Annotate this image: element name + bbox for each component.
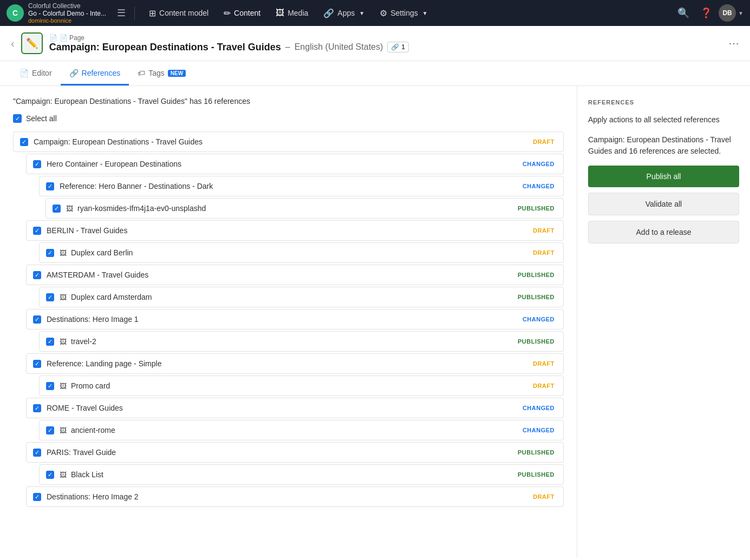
entry-title-text: Campaign: European Destinations - Travel…	[49, 42, 281, 53]
status-badge: PUBLISHED	[516, 293, 557, 301]
ref-checkbox[interactable]	[46, 471, 54, 479]
ref-row[interactable]: Hero Container - European Destinations C…	[26, 154, 564, 174]
tab-editor-label: Editor	[32, 69, 52, 77]
more-options-button[interactable]: ⋯	[728, 37, 739, 50]
references-icon: 🔗	[69, 69, 79, 77]
image-icon: 🖼	[60, 338, 67, 346]
status-badge: DRAFT	[531, 359, 557, 368]
nav-right: 🔍 ❓ DB ▼	[673, 3, 744, 23]
tab-tags-label: Tags	[148, 69, 165, 77]
ref-checkbox[interactable]	[33, 449, 41, 457]
back-button[interactable]: ‹	[11, 37, 15, 50]
ref-checkbox[interactable]	[33, 360, 41, 368]
nav-label-settings: Settings	[390, 9, 418, 17]
ref-checkbox[interactable]	[33, 493, 41, 501]
validate-all-button[interactable]: Validate all	[588, 193, 739, 215]
ref-row[interactable]: 🖼 ryan-kosmides-Ifm4j1a-ev0-unsplashd PU…	[45, 198, 564, 219]
add-to-release-button[interactable]: Add to a release	[588, 221, 739, 243]
nav-divider	[134, 6, 135, 19]
nav-item-content[interactable]: ✏ Content	[218, 0, 266, 26]
entry-locale-name: English (United States)	[295, 42, 383, 52]
status-badge: CHANGED	[520, 404, 557, 412]
nav-label-content: Content	[234, 9, 260, 17]
nav-item-settings[interactable]: ⚙ Settings ▼	[374, 0, 433, 26]
image-icon: 🖼	[60, 426, 67, 434]
settings-chevron-icon: ▼	[422, 10, 428, 16]
main-layout: "Campaign: European Destinations - Trave…	[0, 86, 750, 557]
image-icon: 🖼	[60, 382, 67, 390]
ref-title: Destinations: Hero Image 2	[47, 492, 531, 501]
user-avatar[interactable]: DB	[719, 4, 736, 22]
ref-checkbox[interactable]	[46, 426, 54, 434]
ref-checkbox[interactable]	[46, 182, 54, 190]
entry-type-icon: ✏️	[21, 32, 43, 54]
entry-links[interactable]: 🔗 1	[387, 42, 409, 52]
ref-row[interactable]: 🖼 travel-2 PUBLISHED	[39, 331, 564, 352]
ref-row[interactable]: 🖼 ancient-rome CHANGED	[39, 420, 564, 440]
tab-tags[interactable]: 🏷 Tags NEW	[129, 61, 194, 85]
ref-row[interactable]: ROME - Travel Guides CHANGED	[26, 398, 564, 418]
ref-row[interactable]: PARIS: Travel Guide PUBLISHED	[26, 442, 564, 463]
breadcrumb-page-icon: 📄	[49, 34, 57, 42]
ref-row[interactable]: Campaign: European Destinations - Travel…	[13, 131, 564, 152]
ref-row[interactable]: AMSTERDAM - Travel Guides PUBLISHED	[26, 265, 564, 285]
nav-item-content-model[interactable]: ⊞ Content model	[144, 0, 214, 26]
logo[interactable]: C	[6, 4, 24, 22]
tab-references[interactable]: 🔗 References	[61, 61, 129, 85]
status-badge: PUBLISHED	[516, 470, 557, 479]
link-icon: 🔗	[391, 43, 399, 51]
ref-row[interactable]: 🖼 Duplex card Amsterdam PUBLISHED	[39, 287, 564, 307]
ref-checkbox[interactable]	[33, 404, 41, 412]
ref-checkbox[interactable]	[46, 293, 54, 301]
ref-checkbox[interactable]	[53, 205, 61, 213]
ref-checkbox[interactable]	[33, 227, 41, 235]
ref-row[interactable]: Reference: Hero Banner - Destinations - …	[39, 176, 564, 196]
panel-apply-actions: Apply actions to all selected references	[588, 114, 739, 126]
ref-title: Reference: Hero Banner - Destinations - …	[60, 182, 520, 190]
menu-icon[interactable]: ☰	[117, 7, 126, 19]
select-all-checkbox[interactable]	[13, 114, 22, 123]
settings-icon: ⚙	[380, 8, 387, 18]
ref-row[interactable]: Reference: Landing page - Simple DRAFT	[26, 353, 564, 374]
image-icon: 🖼	[60, 293, 67, 301]
ref-checkbox[interactable]	[33, 315, 41, 324]
org-name: Colorful Collective	[28, 2, 106, 10]
search-icon[interactable]: 🔍	[673, 3, 694, 23]
editor-icon: 📄	[19, 69, 29, 77]
nav-item-apps[interactable]: 🔗 Apps ▼	[318, 0, 370, 26]
ref-checkbox[interactable]	[20, 138, 28, 146]
status-badge: DRAFT	[531, 226, 557, 235]
ref-row[interactable]: 🖼 Promo card DRAFT	[39, 375, 564, 396]
status-badge: PUBLISHED	[516, 204, 557, 213]
publish-all-button[interactable]: Publish all	[588, 166, 739, 187]
image-icon: 🖼	[66, 205, 73, 213]
ref-checkbox[interactable]	[33, 271, 41, 279]
help-icon[interactable]: ❓	[696, 3, 716, 23]
tab-editor[interactable]: 📄 Editor	[11, 61, 61, 85]
entry-header: ‹ ✏️ 📄 📄 Page Campaign: European Destina…	[0, 26, 750, 61]
ref-title: PARIS: Travel Guide	[47, 448, 516, 457]
avatar-chevron-icon[interactable]: ▼	[738, 10, 744, 16]
status-badge: CHANGED	[520, 315, 557, 324]
ref-row[interactable]: Destinations: Hero Image 1 CHANGED	[26, 309, 564, 330]
ref-checkbox[interactable]	[46, 382, 54, 390]
ref-checkbox[interactable]	[46, 249, 54, 257]
ref-row[interactable]: 🖼 Black List PUBLISHED	[39, 464, 564, 485]
ref-row[interactable]: BERLIN - Travel Guides DRAFT	[26, 220, 564, 241]
select-all-checkbox-label[interactable]: Select all	[13, 114, 57, 123]
nav-item-media[interactable]: 🖼 Media	[270, 0, 314, 26]
status-badge: DRAFT	[531, 137, 557, 146]
ref-row[interactable]: Destinations: Hero Image 2 DRAFT	[26, 486, 564, 507]
references-list: Campaign: European Destinations - Travel…	[13, 131, 564, 509]
ref-checkbox[interactable]	[33, 160, 41, 168]
tags-new-badge: NEW	[168, 70, 186, 77]
status-badge: PUBLISHED	[516, 448, 557, 457]
tag-icon: 🏷	[138, 69, 145, 77]
ref-title: BERLIN - Travel Guides	[47, 226, 531, 235]
select-all-label: Select all	[26, 114, 57, 123]
ref-title: ROME - Travel Guides	[47, 404, 520, 412]
ref-row[interactable]: 🖼 Duplex card Berlin DRAFT	[39, 242, 564, 263]
ref-checkbox[interactable]	[46, 338, 54, 346]
content-area: "Campaign: European Destinations - Trave…	[0, 86, 577, 557]
status-badge: DRAFT	[531, 381, 557, 390]
